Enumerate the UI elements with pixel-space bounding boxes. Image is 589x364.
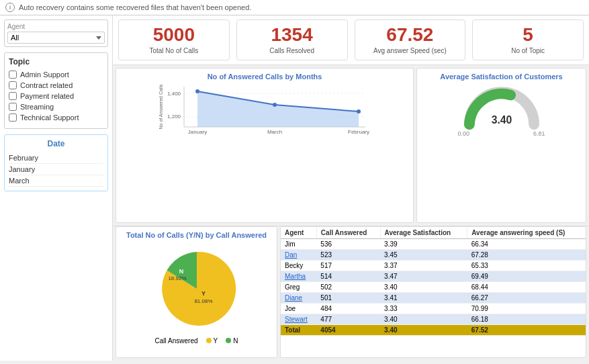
info-message: Auto recovery contains some recovered fi…	[19, 3, 251, 11]
table-cell-speed: 66.18	[467, 314, 586, 325]
gauge-chart-box: Average Satisfaction of Customers 3.40 0…	[416, 68, 586, 223]
svg-text:N: N	[179, 268, 183, 275]
pie-area: Y 81.08% N 18.92%	[120, 242, 273, 336]
table-cell-calls: 517	[316, 261, 380, 271]
table-cell-calls: 502	[316, 282, 380, 293]
table-cell-calls: 523	[316, 250, 380, 261]
table-cell-satisfaction: 3.39	[380, 239, 467, 250]
table-cell-speed: 65.33	[467, 261, 586, 271]
kpi-topic-count: 5 No of Topic	[472, 19, 584, 60]
topic-payment-label: Payment related	[20, 92, 74, 100]
topic-contract-checkbox[interactable]	[9, 81, 17, 89]
table-cell-satisfaction: 3.40	[380, 314, 467, 325]
kpi-row: 5000 Total No of Calls 1354 Calls Resolv…	[113, 15, 589, 65]
topic-box: Topic Admin Support Contract related Pay…	[4, 52, 108, 129]
table-cell-agent: Jim	[281, 239, 316, 250]
date-box: Date February January March	[4, 134, 108, 191]
agent-link[interactable]: Diane	[285, 294, 302, 302]
table-cell-agent: Joe	[281, 304, 316, 314]
agent-link[interactable]: Martha	[285, 273, 306, 280]
table-cell-speed: 69.49	[467, 271, 586, 282]
table-cell-calls: 514	[316, 271, 380, 282]
col-speed: Average answering speed (S)	[467, 227, 586, 239]
agent-link[interactable]: Dan	[285, 251, 297, 259]
bottom-row: Total No of Calls (Y/N) by Call Answered…	[113, 226, 589, 361]
kpi-topic-count-number: 5	[475, 26, 580, 44]
svg-point-9	[273, 103, 277, 107]
table-cell-satisfaction: 3.47	[380, 271, 467, 282]
table-cell-speed: 70.99	[467, 304, 586, 314]
gauge-chart-title: Average Satisfaction of Customers	[421, 73, 582, 81]
kpi-total-calls: 5000 Total No of Calls	[118, 19, 230, 60]
gauge-min: 0.00	[458, 130, 470, 137]
kpi-calls-resolved: 1354 Calls Resolved	[236, 19, 348, 60]
table-cell-agent: Diane	[281, 293, 316, 304]
topic-admin-label: Admin Support	[20, 71, 69, 79]
date-january[interactable]: January	[9, 164, 103, 175]
table-cell-speed: 66.27	[467, 293, 586, 304]
data-table-box: Agent Call Answered Average Satisfaction…	[280, 226, 586, 358]
table-cell-agent: Becky	[281, 261, 316, 271]
gauge-svg: 3.40	[455, 83, 549, 130]
svg-text:No of Answered Calls: No of Answered Calls	[158, 84, 163, 129]
svg-text:January: January	[188, 129, 207, 135]
line-chart-box: No of Answered Calls by Months 1,400 1,2…	[116, 68, 414, 223]
table-cell-satisfaction: 3.37	[380, 261, 467, 271]
svg-text:March: March	[267, 129, 282, 135]
table-total-row: Total 4054 3.40 67.52	[281, 325, 586, 336]
info-bar: i Auto recovery contains some recovered …	[0, 0, 589, 15]
topic-streaming: Streaming	[9, 103, 103, 111]
line-chart-title: No of Answered Calls by Months	[120, 73, 409, 81]
topic-technical-checkbox[interactable]	[9, 113, 17, 122]
kpi-avg-speed-label: Avg answer Speed (sec)	[358, 47, 463, 54]
date-march[interactable]: March	[9, 175, 103, 187]
line-chart-svg: 1,400 1,200 No of Answered Calls	[120, 83, 409, 137]
svg-point-10	[357, 109, 361, 113]
date-february[interactable]: February	[9, 152, 103, 164]
legend-call-answered-label: Call Answered	[155, 337, 198, 345]
topic-payment-checkbox[interactable]	[9, 92, 17, 100]
kpi-avg-speed-number: 67.52	[358, 26, 463, 44]
topic-streaming-checkbox[interactable]	[9, 103, 17, 111]
svg-text:18.92%: 18.92%	[168, 275, 186, 281]
topic-contract: Contract related	[9, 81, 103, 89]
svg-text:1,400: 1,400	[167, 91, 181, 97]
gauge-labels: 0.00 6.81	[458, 130, 545, 137]
info-icon: i	[5, 3, 15, 12]
total-label: Total	[281, 325, 316, 336]
charts-row: No of Answered Calls by Months 1,400 1,2…	[113, 65, 589, 226]
table-cell-agent: Greg	[281, 282, 316, 293]
pie-legend: Call Answered Y N	[120, 337, 273, 345]
table-cell-speed: 68.44	[467, 282, 586, 293]
pie-chart-title: Total No of Calls (Y/N) by Call Answered	[120, 231, 273, 239]
pie-svg: Y 81.08% N 18.92%	[153, 245, 240, 332]
topic-admin-checkbox[interactable]	[9, 71, 17, 79]
kpi-calls-resolved-label: Calls Resolved	[240, 47, 345, 54]
svg-point-8	[195, 89, 199, 93]
table-cell-agent: Dan	[281, 250, 316, 261]
date-title: Date	[9, 139, 103, 148]
legend-n-item: N	[226, 337, 238, 345]
kpi-topic-count-label: No of Topic	[475, 47, 580, 54]
agent-select[interactable]: All	[7, 32, 105, 44]
agent-link[interactable]: Stewart	[285, 316, 308, 323]
table-cell-satisfaction: 3.40	[380, 282, 467, 293]
total-satisfaction: 3.40	[380, 325, 467, 336]
table-cell-agent: Martha	[281, 271, 316, 282]
topic-technical: Technical Support	[9, 113, 103, 122]
topic-technical-label: Technical Support	[20, 113, 79, 122]
topic-contract-label: Contract related	[20, 81, 73, 89]
svg-text:1,200: 1,200	[167, 113, 181, 120]
table-cell-speed: 67.28	[467, 250, 586, 261]
table-cell-satisfaction: 3.45	[380, 250, 467, 261]
svg-text:3.40: 3.40	[491, 114, 512, 126]
topic-payment: Payment related	[9, 92, 103, 100]
col-calls: Call Answered	[316, 227, 380, 239]
agent-label: Agent	[7, 23, 105, 30]
kpi-total-calls-number: 5000	[122, 26, 226, 44]
kpi-total-calls-label: Total No of Calls	[122, 47, 226, 54]
table-cell-calls: 501	[316, 293, 380, 304]
table-cell-calls: 536	[316, 239, 380, 250]
table-cell-agent: Stewart	[281, 314, 316, 325]
table-cell-calls: 484	[316, 304, 380, 314]
